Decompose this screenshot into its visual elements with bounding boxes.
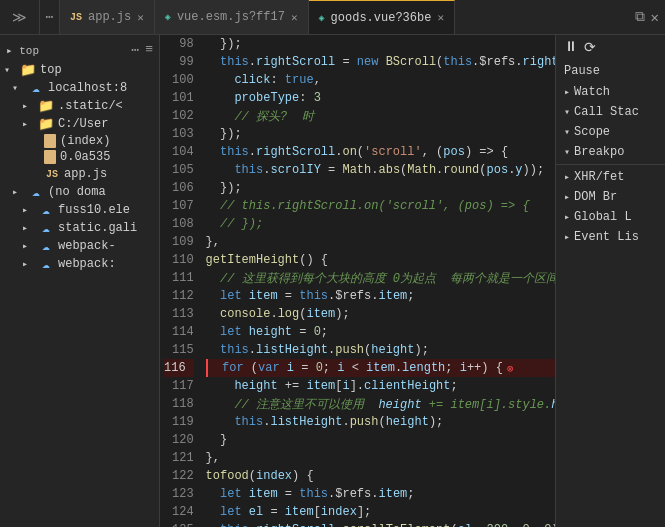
error-icon-116: ⊗ [507,362,514,375]
code-line-112: let item = this.$refs.item; [206,287,555,305]
cloud-icon-fuss10: ☁ [38,202,54,218]
tree-item-localhost[interactable]: ▾ ☁ localhost:8 [0,79,159,97]
sidebar-collapse-btn[interactable]: ≫ [0,0,40,34]
code-text-123: let item = this.$refs.item; [206,487,415,501]
code-text-104: this.rightScroll.on('scroll', (pos) => { [206,145,509,159]
code-text-124: let el = item[index]; [206,505,372,519]
code-content: 98 99 100 101 102 103 104 105 106 107 10… [160,35,555,527]
tab-close-goods[interactable]: ✕ [437,11,444,24]
code-line-123: let item = this.$refs.item; [206,485,555,503]
more-tabs-btn[interactable]: ⋯ [40,0,60,34]
tree-arrow-fuss10: ▸ [22,204,38,216]
tree-item-appjs[interactable]: ▸ JS app.js [0,165,159,183]
editor-actions: ⧉ ✕ [629,0,665,34]
tree-item-fuss10[interactable]: ▸ ☁ fuss10.ele [0,201,159,219]
ln-105: 105 [164,161,194,179]
tree-label-top: top [40,63,62,77]
tree-item-staticgali[interactable]: ▸ ☁ static.gali [0,219,159,237]
tab-spacer [455,0,629,34]
event-section[interactable]: ▸ Event Lis [556,227,665,247]
code-line-101: probeType: 3 [206,89,555,107]
code-text-106: }); [206,181,242,195]
tree-item-top[interactable]: ▾ 📁 top [0,61,159,79]
file-tree-sidebar: ▸ top ⋯ ≡ ▾ 📁 top ▾ ☁ localhost:8 ▸ 📁 .s… [0,35,160,527]
ln-101: 101 [164,89,194,107]
sidebar-menu-icon[interactable]: ≡ [145,42,153,58]
xhr-section[interactable]: ▸ XHR/fet [556,167,665,187]
code-line-98: }); [206,35,555,53]
tree-item-0a535[interactable]: ▸ 0.0a535 [0,149,159,165]
split-editor-btn[interactable]: ⧉ [635,9,645,25]
tab-close-appjs[interactable]: ✕ [137,11,144,24]
code-text-122: tofood(index) { [206,469,314,483]
code-text-99: this.rightScroll = new BScroll(this.$ref… [206,55,555,69]
tab-goodsvue[interactable]: ◈ goods.vue?36be ✕ [309,0,455,34]
code-text-115: this.listHeight.push(height); [206,343,429,357]
tab-vueesm[interactable]: ◈ vue.esm.js?ff17 ✕ [155,0,309,34]
callstack-section[interactable]: ▾ Call Stac [556,102,665,122]
step-over-btn[interactable]: ⟳ [584,39,596,56]
tree-label-0a535: 0.0a535 [60,150,110,164]
line-numbers: 98 99 100 101 102 103 104 105 106 107 10… [160,35,202,527]
cloud-icon-staticgali: ☁ [38,220,54,236]
code-text-103: }); [206,127,242,141]
code-text-114: let height = 0; [206,325,328,339]
tree-item-static[interactable]: ▸ 📁 .static/< [0,97,159,115]
code-line-125: this.rightScroll.scrollToElement(el, 300… [206,521,555,527]
ln-125: 125 [164,521,194,527]
code-lines: }); this.rightScroll = new BScroll(this.… [202,35,555,527]
tab-label-vue: vue.esm.js?ff17 [177,10,285,24]
breakpoints-section[interactable]: ▾ Breakpo [556,142,665,162]
code-line-117: height += item[i].clientHeight; [206,377,555,395]
ln-100: 100 [164,71,194,89]
tree-item-cuser[interactable]: ▸ 📁 C:/User [0,115,159,133]
scope-section[interactable]: ▾ Scope [556,122,665,142]
tree-item-nodomain[interactable]: ▸ ☁ (no doma [0,183,159,201]
tree-arrow-staticgali: ▸ [22,222,38,234]
breakpoints-label: Breakpo [574,145,624,159]
global-section[interactable]: ▸ Global L [556,207,665,227]
sidebar-dots-icon[interactable]: ⋯ [131,42,139,58]
ln-110: 110 [164,251,194,269]
scope-chevron: ▾ [564,126,570,138]
code-text-109: }, [206,235,220,249]
sidebar-title: ▸ top [6,44,39,57]
pause-resume-btn[interactable]: ⏸ [564,39,578,56]
ln-116: 116 [164,359,194,377]
dom-label: DOM Br [574,190,617,204]
close-tab-btn[interactable]: ✕ [651,9,659,26]
callstack-chevron: ▾ [564,106,570,118]
code-line-103: }); [206,125,555,143]
folder-icon-static: 📁 [38,98,54,114]
watch-label: Watch [574,85,610,99]
editor-scroll[interactable]: 98 99 100 101 102 103 104 105 106 107 10… [160,35,555,527]
ln-122: 122 [164,467,194,485]
file-icon-0a535 [44,150,56,164]
ln-112: 112 [164,287,194,305]
tree-item-webpacka[interactable]: ▸ ☁ webpack- [0,237,159,255]
dom-section[interactable]: ▸ DOM Br [556,187,665,207]
ln-104: 104 [164,143,194,161]
code-text-121: }, [206,451,220,465]
xhr-label: XHR/fet [574,170,624,184]
tab-close-vue[interactable]: ✕ [291,11,298,24]
tree-arrow-localhost: ▾ [12,82,28,94]
callstack-label: Call Stac [574,105,639,119]
ln-113: 113 [164,305,194,323]
debug-buttons: ⏸ ⟳ [564,39,596,56]
code-line-118: // 注意这里不可以使用 height += item[i].style.hei… [206,395,555,413]
tree-item-index[interactable]: ▸ (index) [0,133,159,149]
tree-label-static: .static/< [58,99,123,113]
cloud-icon-nodomain: ☁ [28,184,44,200]
ln-102: 102 [164,107,194,125]
ln-98: 98 [164,35,194,53]
code-line-111: // 这里获得到每个大块的高度 0为起点 每两个就是一个区间 [206,269,555,287]
tree-label-webpacka: webpack- [58,239,116,253]
code-text-117: height += item[i].clientHeight; [206,379,458,393]
code-line-115: this.listHeight.push(height); [206,341,555,359]
code-text-118: // 注意这里不可以使用 height += item[i].style.hei… [206,396,555,413]
tree-item-webpackb[interactable]: ▸ ☁ webpack: [0,255,159,273]
breakpoints-chevron: ▾ [564,146,570,158]
tab-appjs[interactable]: JS app.js ✕ [60,0,155,34]
watch-section[interactable]: ▸ Watch [556,82,665,102]
